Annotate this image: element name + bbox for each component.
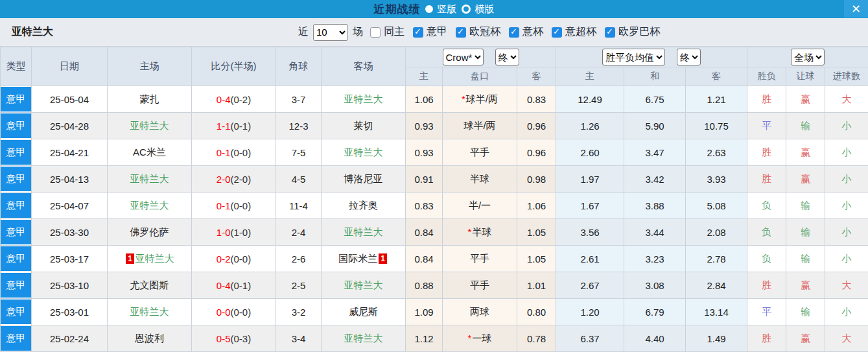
corners-cell: 2-4 xyxy=(276,219,322,246)
away-odds-cell: 1.01 xyxy=(517,272,556,299)
portrait-radio-label[interactable]: 竖版 xyxy=(438,3,457,16)
score-cell: 0-4(0-1) xyxy=(192,272,276,299)
date-cell: 25-04-21 xyxy=(32,139,108,166)
portrait-radio[interactable] xyxy=(425,5,433,13)
avg-draw-cell: 3.42 xyxy=(624,166,686,193)
corners-cell: 3-2 xyxy=(276,299,322,325)
avg-home-cell: 3.56 xyxy=(556,219,624,246)
home-odds-cell: 0.83 xyxy=(406,193,443,219)
handicap-result-cell: 输 xyxy=(786,193,825,219)
league-label-supercoppa[interactable]: 意超杯 xyxy=(565,25,596,39)
results-body: 意甲25-05-04蒙扎0-4(0-2)3-7亚特兰大1.06*球半/两0.83… xyxy=(1,86,868,352)
result-cell: 负 xyxy=(747,219,786,246)
handicap-result-cell: 输 xyxy=(786,219,825,246)
goals-cell: 小 xyxy=(825,139,868,166)
avg-draw-cell: 3.47 xyxy=(624,139,686,166)
result-cell: 负 xyxy=(747,246,786,272)
handicap-cell: 平手 xyxy=(443,272,517,299)
result-cell: 胜 xyxy=(747,86,786,113)
score-cell: 1-1(0-1) xyxy=(192,113,276,139)
goals-cell: 小 xyxy=(825,299,868,325)
avg-home-cell: 1.97 xyxy=(556,166,624,193)
away-odds-cell: 0.78 xyxy=(517,325,556,352)
handicap-result-cell: 输 xyxy=(786,246,825,272)
page-title: 近期战绩 xyxy=(374,2,421,17)
avg-away-cell: 13.14 xyxy=(686,299,747,325)
corners-cell: 2-6 xyxy=(276,246,322,272)
home-odds-cell: 1.12 xyxy=(406,325,443,352)
bookmaker-select[interactable]: Crow* xyxy=(443,49,484,65)
home-team-cell: AC米兰 xyxy=(108,139,192,166)
corners-cell: 3-7 xyxy=(276,86,322,113)
rank-badge: 1 xyxy=(379,253,387,264)
odds-time-select[interactable]: 终 xyxy=(495,49,519,65)
goals-cell: 小 xyxy=(825,219,868,246)
handicap-cell: 平手 xyxy=(443,246,517,272)
handicap-cell: *一球 xyxy=(443,325,517,352)
date-cell: 25-05-04 xyxy=(32,86,108,113)
league-checkbox-ucl[interactable] xyxy=(456,27,466,38)
landscape-radio[interactable] xyxy=(462,5,471,14)
league-checkbox-supercoppa[interactable] xyxy=(552,27,562,38)
score-cell: 0-5(0-3) xyxy=(192,325,276,352)
col-header-date: 日期 xyxy=(32,47,108,86)
table-row: 意甲25-04-07亚特兰大0-1(0-0)11-4拉齐奥0.83半/一1.06… xyxy=(1,193,868,219)
league-cell: 意甲 xyxy=(1,166,32,193)
avg-away-cell: 2.78 xyxy=(686,246,747,272)
same-home-checkbox[interactable] xyxy=(370,27,381,38)
avg-home-cell: 2.67 xyxy=(556,272,624,299)
avg-away-cell: 2.63 xyxy=(686,139,747,166)
league-cell: 意甲 xyxy=(1,246,32,272)
date-cell: 25-04-13 xyxy=(32,166,108,193)
avg-home-cell: 12.49 xyxy=(556,86,624,113)
same-home-label[interactable]: 同主 xyxy=(384,25,405,39)
corners-cell: 7-5 xyxy=(276,139,322,166)
away-odds-cell: 0.83 xyxy=(517,86,556,113)
avg-home-cell: 1.26 xyxy=(556,113,624,139)
league-cell: 意甲 xyxy=(1,139,32,166)
league-label-serie-a[interactable]: 意甲 xyxy=(427,25,447,39)
avg-away-cell: 2.84 xyxy=(686,272,747,299)
league-label-europa[interactable]: 欧罗巴杯 xyxy=(618,25,660,39)
handicap-cell: 球半/两 xyxy=(443,113,517,139)
score-cell: 0-1(0-0) xyxy=(192,139,276,166)
result-cell: 平 xyxy=(747,113,786,139)
filter-group: 近 10 场 同主 意甲 欧冠杯 意杯 意超杯 欧罗巴杯 xyxy=(298,18,661,46)
home-team-cell: 亚特兰大 xyxy=(108,166,192,193)
title-bar: 近期战绩 竖版 横版 ✕ xyxy=(0,0,868,18)
corners-cell: 11-4 xyxy=(276,193,322,219)
league-label-coppa[interactable]: 意杯 xyxy=(522,25,543,39)
handicap-cell: 平手 xyxy=(443,139,517,166)
score-cell: 0-1(0-0) xyxy=(192,193,276,219)
league-checkbox-europa[interactable] xyxy=(605,27,615,38)
result-cell: 胜 xyxy=(747,166,786,193)
landscape-radio-label[interactable]: 横版 xyxy=(475,3,495,16)
sub-header-handicap-result: 让球 xyxy=(786,67,825,86)
league-checkbox-coppa[interactable] xyxy=(509,27,519,38)
handicap-result-cell: 赢 xyxy=(786,272,825,299)
date-cell: 25-02-24 xyxy=(32,325,108,352)
col-header-away: 客场 xyxy=(322,47,406,86)
home-team-cell: 亚特兰大 xyxy=(108,193,192,219)
close-icon[interactable]: ✕ xyxy=(844,0,868,18)
league-label-ucl[interactable]: 欧冠杯 xyxy=(469,25,500,39)
away-odds-cell: 0.80 xyxy=(517,299,556,325)
away-team-cell: 亚特兰大 xyxy=(322,272,406,299)
goals-cell: 大 xyxy=(825,86,868,113)
games-count-select[interactable]: 10 xyxy=(313,24,348,41)
result-cell: 负 xyxy=(747,193,786,219)
sub-header-avg-home: 主 xyxy=(556,67,624,86)
avg-type-select[interactable]: 胜平负均值 xyxy=(602,49,665,65)
filter-bar: 亚特兰大 近 10 场 同主 意甲 欧冠杯 意杯 意超杯 欧罗巴杯 xyxy=(0,18,868,47)
sub-header-avg-draw: 和 xyxy=(624,67,686,86)
league-checkbox-serie-a[interactable] xyxy=(413,27,423,38)
period-select[interactable]: 全场 xyxy=(791,49,825,65)
goals-cell: 小 xyxy=(825,166,868,193)
avg-time-select[interactable]: 终 xyxy=(677,49,701,65)
score-cell: 0-2(0-0) xyxy=(192,246,276,272)
away-odds-cell: 0.96 xyxy=(517,113,556,139)
sub-header-avg-away: 客 xyxy=(686,67,747,86)
table-row: 意甲25-05-04蒙扎0-4(0-2)3-7亚特兰大1.06*球半/两0.83… xyxy=(1,86,868,113)
avg-home-cell: 6.37 xyxy=(556,325,624,352)
away-team-cell: 威尼斯 xyxy=(322,299,406,325)
